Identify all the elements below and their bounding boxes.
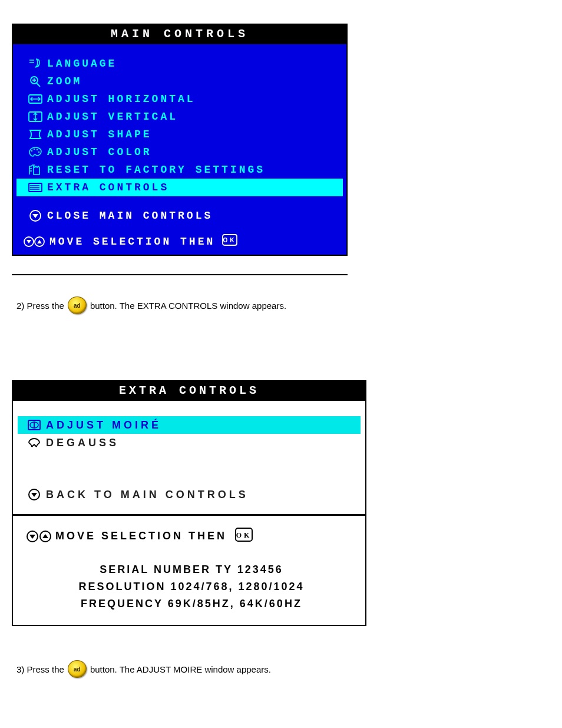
svg-point-10 [30, 189, 31, 190]
close-label: CLOSE MAIN CONTROLS [47, 210, 213, 222]
menu-item-shape[interactable]: ADJUST SHAPE [16, 126, 343, 143]
menu-label: EXTRA CONTROLS [47, 182, 169, 193]
menu-item-horiz[interactable]: ADJUST HORIZONTAL [16, 90, 343, 108]
updown-arrows-icon [20, 235, 49, 248]
device-info: SERIAL NUMBER TY 123456 RESOLUTION 1024/… [24, 561, 359, 612]
ok-box-icon: OK [235, 528, 253, 545]
menu-item-extra[interactable]: EXTRA CONTROLS [16, 179, 343, 196]
separator-rule [12, 274, 348, 275]
menu-label: ADJUST SHAPE [47, 129, 152, 140]
main-footer: MOVE SELECTION THEN OK [13, 227, 346, 255]
svg-point-5 [37, 149, 38, 150]
footer-label: MOVE SELECTION THEN [55, 530, 227, 542]
serial-number: SERIAL NUMBER TY 123456 [24, 561, 359, 578]
svg-text:OK: OK [223, 237, 237, 243]
step-suffix: button. The EXTRA CONTROLS window appear… [90, 301, 286, 311]
back-label: BACK TO MAIN CONTROLS [46, 489, 249, 501]
horiz-icon [24, 93, 47, 105]
extra-icon [24, 182, 47, 193]
step-prefix: 2) Press the [16, 301, 64, 311]
step-suffix: button. The ADJUST MOIRE window appears. [90, 664, 271, 674]
resolution-info: RESOLUTION 1024/768, 1280/1024 [24, 578, 359, 595]
main-title: MAIN CONTROLS [13, 25, 346, 44]
menu-label: ADJUST VERTICAL [47, 111, 178, 123]
ok-box-icon: OK [222, 234, 237, 249]
zoom-icon [24, 75, 47, 88]
updown-arrows-icon [24, 529, 55, 543]
extra-footer: MOVE SELECTION THEN OK SERIAL NUMBER TY … [13, 514, 365, 625]
down-arrow-icon [24, 209, 47, 222]
vert-icon [24, 111, 47, 123]
degauss-icon [22, 436, 46, 449]
step-2-text: 2) Press the ad button. The EXTRA CONTRO… [16, 297, 286, 314]
svg-point-9 [30, 187, 31, 188]
menu-label: ADJUST MOIRÉ [46, 419, 161, 431]
shape-icon [24, 129, 47, 140]
menu-item-vert[interactable]: ADJUST VERTICAL [16, 108, 343, 126]
menu-label: RESET TO FACTORY SETTINGS [47, 164, 265, 176]
menu-label: ADJUST HORIZONTAL [47, 93, 196, 105]
menu-item-color[interactable]: ADJUST COLOR [16, 143, 343, 161]
svg-point-3 [31, 150, 32, 151]
menu-label: ADJUST COLOR [47, 146, 152, 158]
menu-item-close[interactable]: CLOSE MAIN CONTROLS [16, 207, 343, 225]
menu-label: ZOOM [47, 75, 82, 87]
menu-label: LANGUAGE [47, 58, 117, 70]
menu-item-language[interactable]: LANGUAGE [16, 55, 343, 73]
frequency-info: FREQUENCY 69K/85HZ, 64K/60HZ [24, 595, 359, 612]
menu-label: DEGAUSS [46, 437, 119, 449]
ok-button-icon[interactable]: ad [68, 660, 87, 678]
language-icon [24, 58, 47, 70]
svg-point-8 [30, 185, 31, 186]
main-menu: LANGUAGE ZOOM ADJUST HORIZONTAL ADJUST V… [13, 44, 346, 227]
extra-title: EXTRA CONTROLS [13, 381, 365, 401]
color-icon [24, 146, 47, 158]
extra-controls-panel: EXTRA CONTROLS ADJUST MOIRÉ DEGAUSS BACK… [12, 380, 366, 626]
footer-label: MOVE SELECTION THEN [49, 236, 215, 248]
reset-icon [24, 164, 47, 176]
svg-point-6 [38, 151, 39, 153]
svg-text:OK: OK [236, 531, 252, 539]
menu-item-moire[interactable]: ADJUST MOIRÉ [18, 416, 361, 434]
ok-button-icon[interactable]: ad [68, 297, 87, 314]
main-controls-panel: MAIN CONTROLS LANGUAGE ZOOM ADJUST HORIZ… [12, 24, 348, 256]
moire-icon [22, 419, 46, 431]
svg-point-4 [34, 149, 35, 150]
down-arrow-icon [22, 487, 46, 502]
menu-item-reset[interactable]: RESET TO FACTORY SETTINGS [16, 161, 343, 179]
menu-item-back[interactable]: BACK TO MAIN CONTROLS [18, 486, 361, 503]
step-3-text: 3) Press the ad button. The ADJUST MOIRE… [16, 660, 271, 678]
menu-item-zoom[interactable]: ZOOM [16, 73, 343, 90]
step-prefix: 3) Press the [16, 664, 64, 674]
menu-item-degauss[interactable]: DEGAUSS [18, 434, 361, 452]
